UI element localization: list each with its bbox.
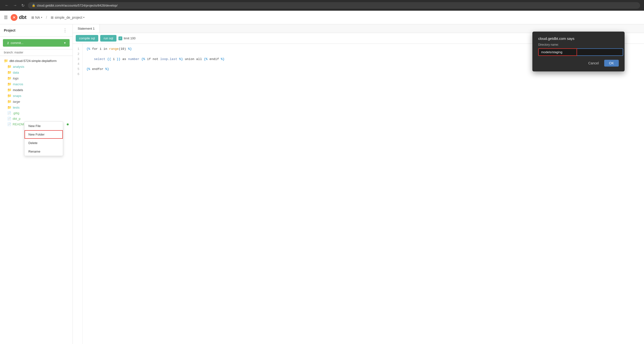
commit-btn-label: commit... xyxy=(11,41,24,45)
workspace-label: NA xyxy=(35,16,40,20)
file-tree: 📁 dbt-cloud-5724-simple-deplatform 📁 ana… xyxy=(0,56,72,344)
address-bar[interactable]: 🔒 cloud.getdbt.com/#/accounts/5724/proje… xyxy=(28,2,640,9)
dialog-input-row xyxy=(538,48,619,56)
logs-label: logs xyxy=(13,77,19,80)
commit-btn-wrapper: ⚷ commit... ▾ xyxy=(0,37,72,49)
dialog-ok-button[interactable]: OK xyxy=(604,60,619,67)
models-label: models xyxy=(13,88,23,92)
root-folder-icon: 📁 xyxy=(4,59,8,63)
main-layout: Project ⋮ ⚷ commit... ▾ branch: master 📁… xyxy=(0,24,644,344)
dbt-project-label: dbt_p xyxy=(12,117,21,120)
project-chevron-icon: ▾ xyxy=(83,16,84,19)
sidebar-header: Project ⋮ xyxy=(0,24,72,37)
models-folder-icon: 📁 xyxy=(7,88,12,92)
run-sql-button[interactable]: run sql xyxy=(100,35,116,42)
tree-item-macros[interactable]: 📁 macros xyxy=(0,81,72,87)
tree-item-tests[interactable]: 📁 tests xyxy=(0,104,72,110)
readme-status-dot xyxy=(67,123,69,125)
workspace-nav-item[interactable]: ⊞ NA ▾ xyxy=(29,15,44,21)
sidebar-more-button[interactable]: ⋮ xyxy=(62,27,69,34)
tree-item-snaps[interactable]: 📁 snaps xyxy=(0,93,72,99)
macros-label: macros xyxy=(13,82,23,86)
readme-file-icon: 📄 xyxy=(7,122,11,126)
code-editor[interactable]: 1 2 3 4 5 6 {% for i in range(10) %} sel… xyxy=(73,44,644,344)
sidebar: Project ⋮ ⚷ commit... ▾ branch: master 📁… xyxy=(0,24,73,344)
tree-item-analysis[interactable]: 📁 analysis xyxy=(0,64,72,70)
tree-item-models[interactable]: 📁 models xyxy=(0,87,72,93)
dialog-buttons: Cancel OK xyxy=(538,60,619,67)
target-label: targe xyxy=(13,100,20,103)
nav-breadcrumb: ⊞ NA ▾ / ⊞ simple_de_project ▾ xyxy=(29,15,86,21)
line-num-5: 5 xyxy=(77,67,79,72)
macros-folder-icon: 📁 xyxy=(7,82,12,86)
tree-item-gitignore[interactable]: 📄 .gitig xyxy=(0,110,72,116)
context-menu-new-file[interactable]: New File xyxy=(24,122,63,130)
logo-text: dbt xyxy=(19,15,26,20)
analysis-label: analysis xyxy=(13,65,24,69)
data-label: data xyxy=(13,71,19,74)
line-num-1: 1 xyxy=(77,47,79,52)
limit-label: limit 100 xyxy=(124,37,136,40)
tab-statement1-label: Statement 1 xyxy=(78,27,95,30)
limit-checkbox[interactable]: ✓ limit 100 xyxy=(118,37,136,40)
project-grid-icon: ⊞ xyxy=(51,16,54,20)
dbt-project-file-icon: 📄 xyxy=(7,117,11,120)
commit-key-icon: ⚷ xyxy=(7,41,9,45)
snaps-folder-icon: 📁 xyxy=(7,94,12,98)
gitignore-label: .gitig xyxy=(12,111,19,115)
tree-item-root[interactable]: 📁 dbt-cloud-5724-simple-deplatform xyxy=(0,58,72,64)
line-num-3: 3 xyxy=(77,57,79,62)
dialog-box: cloud.getdbt.com says Directory name: Ca… xyxy=(532,32,624,71)
dialog-cancel-button[interactable]: Cancel xyxy=(585,60,602,67)
context-menu-rename[interactable]: Rename xyxy=(24,147,63,156)
app-header: ☰ ✕ dbt ⊞ NA ▾ / ⊞ simple_de_project ▾ xyxy=(0,11,644,24)
tree-item-target[interactable]: 📁 targe xyxy=(0,99,72,104)
dbt-logo: ✕ dbt xyxy=(11,14,26,21)
target-folder-icon: 📁 xyxy=(7,100,12,103)
dbt-logo-icon: ✕ xyxy=(11,14,18,21)
gitignore-file-icon: 📄 xyxy=(7,111,11,115)
lock-icon: 🔒 xyxy=(32,4,36,7)
commit-button[interactable]: ⚷ commit... ▾ xyxy=(3,39,70,47)
dialog-title: cloud.getdbt.com says xyxy=(538,37,619,41)
forward-button[interactable]: → xyxy=(12,2,18,9)
tab-statement1[interactable]: Statement 1 xyxy=(73,24,100,33)
dialog-label: Directory name: xyxy=(538,43,619,46)
workspace-icon: ⊞ xyxy=(31,16,34,20)
dialog-input-1[interactable] xyxy=(538,48,577,56)
sidebar-title: Project xyxy=(4,29,15,32)
line-num-6: 6 xyxy=(77,72,79,77)
tree-item-dbt-project[interactable]: 📄 dbt_p xyxy=(0,116,72,121)
project-label: simple_de_project xyxy=(54,16,82,20)
commit-btn-main: ⚷ commit... xyxy=(7,41,24,45)
code-content: {% for i in range(10) %} select {{ i }} … xyxy=(82,44,644,344)
context-menu-new-folder[interactable]: New Folder xyxy=(24,130,63,139)
checkbox-checked-icon: ✓ xyxy=(118,37,122,40)
refresh-button[interactable]: ↻ xyxy=(20,2,26,9)
line-num-2: 2 xyxy=(77,52,79,57)
back-button[interactable]: ← xyxy=(4,2,10,9)
data-folder-icon: 📁 xyxy=(7,70,12,74)
compile-sql-button[interactable]: compile sql xyxy=(76,35,98,42)
workspace-chevron-icon: ▾ xyxy=(41,16,42,19)
commit-chevron-icon: ▾ xyxy=(64,41,66,45)
dialog-input-2[interactable] xyxy=(577,48,623,56)
editor-area: Statement 1 compile sql run sql ✓ limit … xyxy=(73,24,644,344)
root-folder-label: dbt-cloud-5724-simple-deplatform xyxy=(10,59,56,63)
browser-chrome: ← → ↻ 🔒 cloud.getdbt.com/#/accounts/5724… xyxy=(0,0,644,11)
url-text: cloud.getdbt.com/#/accounts/5724/project… xyxy=(37,4,118,7)
project-nav-item[interactable]: ⊞ simple_de_project ▾ xyxy=(49,15,86,21)
tree-item-logs[interactable]: 📁 logs xyxy=(0,75,72,81)
tree-item-data[interactable]: 📁 data xyxy=(0,70,72,75)
snaps-label: snaps xyxy=(13,94,21,98)
branch-label: branch: master xyxy=(4,51,23,54)
analysis-folder-icon: 📁 xyxy=(7,65,12,69)
branch-info: branch: master xyxy=(0,49,72,56)
tests-folder-icon: 📁 xyxy=(7,105,12,109)
logs-folder-icon: 📁 xyxy=(7,76,12,80)
menu-button[interactable]: ☰ xyxy=(4,15,8,20)
context-menu-delete[interactable]: Delete xyxy=(24,139,63,147)
breadcrumb-separator: / xyxy=(46,16,47,20)
line-num-4: 4 xyxy=(77,62,79,67)
context-menu: New File New Folder Delete Rename xyxy=(24,121,63,156)
